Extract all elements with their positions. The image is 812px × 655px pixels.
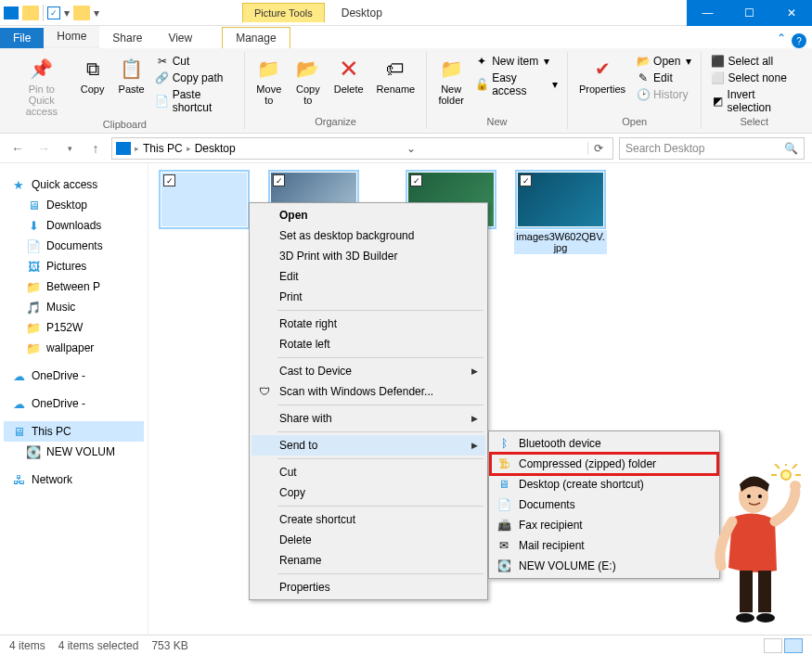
tab-view[interactable]: View [155,28,205,48]
up-button[interactable]: ↑ [85,138,106,159]
menu-rotate-right[interactable]: Rotate right [251,314,485,334]
checkbox-checked-icon[interactable]: ✓ [163,174,175,186]
tab-manage[interactable]: Manage [222,27,290,48]
menu-rename[interactable]: Rename [251,550,485,571]
chevron-icon[interactable]: ▸ [187,144,191,153]
submenu-desktop-shortcut[interactable]: 🖥Desktop (create shortcut) [491,474,717,494]
search-input[interactable]: Search Desktop 🔍 [619,137,805,160]
sidebar-pictures[interactable]: 🖼Pictures [4,256,144,276]
address-bar[interactable]: ▸ This PC ▸ Desktop ⌄ ⟳ [111,137,613,160]
menu-3d-print[interactable]: 3D Print with 3D Builder [251,246,485,266]
view-thumbnails-button[interactable] [784,638,803,653]
thumbnail-image: ✓ [518,173,603,226]
label: Select none [728,71,786,84]
edit-button[interactable]: ✎Edit [635,71,693,85]
forward-button[interactable]: → [33,138,54,159]
sidebar-new-volume[interactable]: 💽NEW VOLUM [4,442,144,462]
pin-to-quick-access-button[interactable]: 📌 Pin to Quick access [13,54,71,119]
menu-defender[interactable]: 🛡Scan with Windows Defender... [251,381,485,402]
close-button[interactable]: ✕ [770,0,812,26]
menu-edit[interactable]: Edit [251,266,485,287]
breadcrumb-desktop[interactable]: Desktop [195,142,236,155]
menu-create-shortcut[interactable]: Create shortcut [251,509,485,530]
submenu-bluetooth[interactable]: ᛒBluetooth device [491,433,717,454]
submenu-compressed-folder[interactable]: 🗜Compressed (zipped) folder [491,454,717,474]
sidebar-p152w[interactable]: 📁P152W [4,317,144,338]
qat-overflow-icon[interactable]: ▾ [94,6,99,19]
minimize-button[interactable]: — [687,0,728,26]
copy-to-button[interactable]: 📂Copy to [291,54,325,108]
checkbox-checked-icon[interactable]: ✓ [273,174,285,186]
view-details-button[interactable] [764,638,782,653]
paste-button[interactable]: 📋 Paste [115,54,148,96]
menu-share-with[interactable]: Share with▶ [251,408,485,429]
menu-cast[interactable]: Cast to Device▶ [251,361,485,381]
submenu-documents[interactable]: 📄Documents [491,494,717,515]
file-item[interactable]: ✓ images3W602QBV.jpg [514,173,607,254]
sidebar-between[interactable]: 📁Between P [4,276,144,297]
menu-set-background[interactable]: Set as desktop background [251,225,485,246]
checkbox-checked-icon[interactable]: ✓ [410,174,422,186]
file-view[interactable]: ✓ ✓ ✓ images.jpg ✓ images3W602QBV.jpg Op… [148,163,812,635]
menu-print[interactable]: Print [251,287,485,307]
menu-properties[interactable]: Properties [251,577,485,597]
submenu-volume[interactable]: 💽NEW VOLUME (E:) [491,556,717,576]
tab-file[interactable]: File [0,28,44,48]
menu-open[interactable]: Open [251,205,485,225]
move-to-button[interactable]: 📁Move to [252,54,286,108]
cut-button[interactable]: ✂Cut [154,54,237,69]
new-folder-button[interactable]: 📁New folder [434,54,468,108]
breadcrumb-this-pc[interactable]: This PC [143,142,183,155]
sidebar-network[interactable]: 🖧Network [4,469,144,490]
select-all-button[interactable]: ⬛Select all [709,54,799,69]
rename-button[interactable]: 🏷Rename [373,54,419,96]
maximize-button[interactable]: ☐ [728,0,770,26]
open-button[interactable]: 📂Open▾ [635,54,693,69]
easy-access-button[interactable]: 🔓Easy access▾ [473,71,560,98]
help-icon[interactable]: ? [792,33,806,48]
delete-button[interactable]: ✕Delete [330,54,367,96]
collapse-ribbon-icon[interactable]: ⌃ [771,28,792,48]
recent-button[interactable]: ▾ [59,138,80,159]
dropdown-icon[interactable]: ⌄ [403,142,419,155]
sidebar-wallpaper[interactable]: 📁wallpaper [4,338,144,358]
qat-checkbox-icon[interactable]: ✓ [47,6,60,19]
menu-cut[interactable]: Cut [251,462,485,482]
sidebar-documents[interactable]: 📄Documents [4,236,144,256]
label: Between P [46,280,100,293]
refresh-button[interactable]: ⟳ [587,142,609,155]
menu-copy[interactable]: Copy [251,482,485,503]
sidebar-downloads[interactable]: ⬇Downloads [4,215,144,236]
menu-rotate-left[interactable]: Rotate left [251,334,485,354]
history-button[interactable]: 🕑History [635,87,693,102]
qat-overflow-icon[interactable]: ▾ [64,6,70,19]
copy-button[interactable]: ⧉ Copy [76,54,110,96]
zip-icon: 🗜 [496,456,511,471]
submenu-fax[interactable]: 📠Fax recipient [491,515,717,535]
sidebar-this-pc[interactable]: 🖥This PC [4,421,144,442]
select-none-button[interactable]: ⬜Select none [709,71,799,85]
invert-selection-button[interactable]: ◩Invert selection [709,87,799,115]
divider [43,5,44,21]
file-item[interactable]: ✓ [158,173,251,254]
separator [277,357,483,358]
sidebar-onedrive[interactable]: ☁OneDrive - [4,366,144,386]
pc-icon: 🖥 [11,424,26,439]
sidebar-desktop[interactable]: 🖥Desktop [4,195,144,215]
search-icon[interactable]: 🔍 [784,142,798,155]
sidebar-music[interactable]: 🎵Music [4,297,144,317]
menu-delete[interactable]: Delete [251,530,485,550]
chevron-icon[interactable]: ▸ [135,144,139,153]
menu-send-to[interactable]: Send to▶ [251,435,485,456]
paste-shortcut-button[interactable]: 📄Paste shortcut [154,87,237,115]
copy-path-button[interactable]: 🔗Copy path [154,71,237,85]
properties-button[interactable]: ✔Properties [575,54,629,96]
sidebar-onedrive[interactable]: ☁OneDrive - [4,393,144,414]
submenu-mail[interactable]: ✉Mail recipient [491,535,717,556]
new-item-button[interactable]: ✦New item▾ [473,54,560,69]
checkbox-checked-icon[interactable]: ✓ [520,174,532,186]
back-button[interactable]: ← [7,138,28,159]
tab-home[interactable]: Home [44,26,99,48]
tab-share[interactable]: Share [99,28,155,48]
sidebar-quick-access[interactable]: ★Quick access [4,174,144,195]
